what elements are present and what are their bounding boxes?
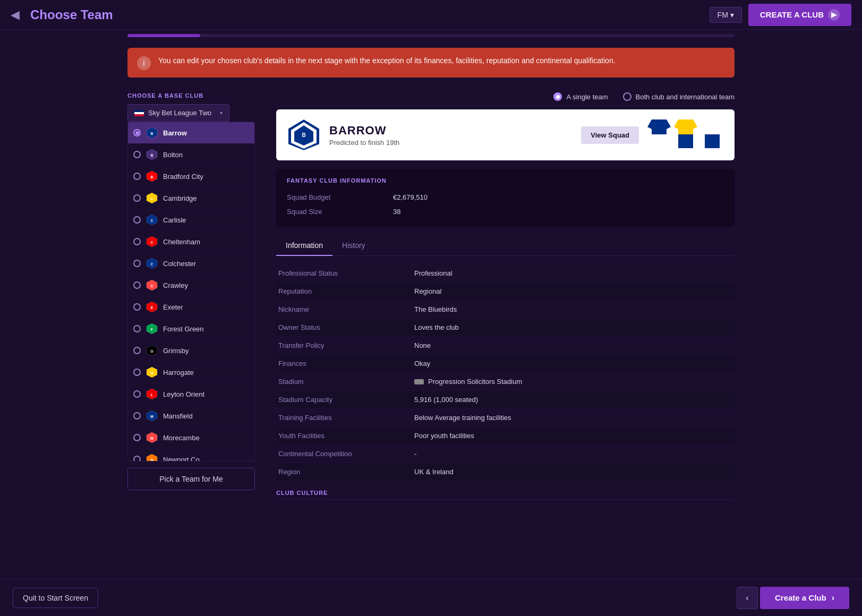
team-list: B Barrow B Bolton B Bradford City C Camb… bbox=[127, 122, 255, 461]
tab-history[interactable]: History bbox=[332, 236, 375, 256]
team-subtitle: Predicted to finish 19th bbox=[329, 139, 573, 147]
team-radio bbox=[133, 325, 141, 332]
fm-label: FM bbox=[718, 11, 728, 19]
team-radio bbox=[133, 173, 141, 180]
squad-budget-value: €2,679,510 bbox=[393, 193, 428, 201]
team-list-item[interactable]: C Carlisle bbox=[128, 209, 254, 231]
info-label: Owner Status bbox=[276, 323, 414, 331]
info-row: Continental Competition- bbox=[276, 445, 735, 463]
info-value: The Bluebirds bbox=[414, 305, 457, 313]
info-value: Progression Solicitors Stadium bbox=[414, 378, 522, 386]
team-badge-icon: H bbox=[146, 366, 158, 378]
squad-budget-label: Squad Budget bbox=[287, 193, 393, 201]
team-list-item[interactable]: L Leyton Orient bbox=[128, 383, 254, 405]
both-team-radio[interactable] bbox=[623, 92, 631, 101]
team-radio bbox=[133, 347, 141, 354]
team-name-label: Cheltenham bbox=[163, 238, 249, 246]
team-crest: B bbox=[287, 118, 321, 152]
info-row: Professional StatusProfessional bbox=[276, 264, 735, 283]
quit-button[interactable]: Quit to Start Screen bbox=[13, 588, 98, 608]
create-club-bottom-button[interactable]: Create a Club › bbox=[760, 587, 849, 609]
team-list-item[interactable]: C Cheltenham bbox=[128, 231, 254, 253]
team-badge-icon: C bbox=[146, 192, 158, 204]
team-list-item[interactable]: B Bolton bbox=[128, 144, 254, 166]
svg-text:C: C bbox=[150, 197, 153, 201]
svg-text:M: M bbox=[150, 437, 153, 440]
fm-menu-button[interactable]: FM ▾ bbox=[710, 7, 742, 23]
team-list-item[interactable]: F Forest Green bbox=[128, 318, 254, 340]
kit-away bbox=[674, 119, 697, 150]
team-list-item[interactable]: C Cambridge bbox=[128, 187, 254, 209]
team-badge-icon: C bbox=[146, 279, 158, 291]
info-label: Reputation bbox=[276, 287, 414, 295]
radio-dot bbox=[135, 131, 139, 135]
both-team-option[interactable]: Both club and international team bbox=[623, 92, 735, 101]
info-value: Below Average training facilities bbox=[414, 414, 511, 422]
info-label: Stadium Capacity bbox=[276, 396, 414, 404]
back-nav-button[interactable]: ‹ bbox=[737, 587, 758, 609]
info-label: Transfer Policy bbox=[276, 341, 414, 349]
team-list-item[interactable]: G Grimsby bbox=[128, 340, 254, 362]
info-value: Professional bbox=[414, 269, 453, 277]
team-list-item[interactable]: H Harrogate bbox=[128, 362, 254, 383]
team-list-item[interactable]: N Newport Co bbox=[128, 449, 254, 461]
single-team-radio[interactable] bbox=[553, 92, 562, 101]
info-value: Regional bbox=[414, 287, 441, 295]
league-dropdown[interactable]: Sky Bet League Two ▾ bbox=[127, 104, 229, 122]
team-radio bbox=[133, 260, 141, 267]
single-team-option[interactable]: A single team bbox=[553, 92, 608, 101]
team-radio bbox=[133, 412, 141, 420]
team-list-item[interactable]: M Morecambe bbox=[128, 427, 254, 449]
pick-team-button[interactable]: Pick a Team for Me bbox=[127, 468, 255, 490]
create-club-label: CREATE A CLUB bbox=[760, 10, 824, 19]
team-badge-icon: E bbox=[146, 301, 158, 313]
section-label: CHOOSE A BASE CLUB bbox=[127, 92, 255, 99]
team-list-item[interactable]: E Exeter bbox=[128, 296, 254, 318]
bottom-bar: Quit to Start Screen ‹ Create a Club › bbox=[0, 579, 862, 616]
both-team-label: Both club and international team bbox=[636, 93, 735, 101]
league-name: Sky Bet League Two bbox=[148, 109, 211, 117]
team-list-item[interactable]: C Crawley bbox=[128, 275, 254, 296]
progress-bar bbox=[127, 34, 735, 37]
info-row: StadiumProgression Solicitors Stadium bbox=[276, 373, 735, 391]
svg-text:N: N bbox=[150, 458, 153, 461]
info-row: FinancesOkay bbox=[276, 355, 735, 373]
team-badge-icon: M bbox=[146, 410, 158, 422]
next-arrow-icon: › bbox=[832, 593, 834, 603]
team-list-item[interactable]: B Barrow bbox=[128, 122, 254, 144]
info-label: Continental Competition bbox=[276, 450, 414, 458]
chevron-down-icon: ▾ bbox=[220, 110, 223, 116]
info-value: Poor youth facilities bbox=[414, 432, 474, 440]
team-badge-icon: C bbox=[146, 214, 158, 226]
create-club-button[interactable]: CREATE A CLUB ▶ bbox=[748, 4, 851, 26]
progress-fill bbox=[127, 34, 200, 37]
tab-information[interactable]: Information bbox=[276, 236, 332, 256]
info-tabs: Information History bbox=[276, 236, 735, 256]
fantasy-section: FANTASY CLUB INFORMATION Squad Budget €2… bbox=[276, 169, 735, 227]
alert-text: You can edit your chosen club's details … bbox=[158, 55, 616, 66]
svg-text:H: H bbox=[150, 371, 153, 375]
create-label: Create a Club bbox=[775, 593, 826, 602]
team-name-label: Exeter bbox=[163, 303, 249, 311]
squad-size-row: Squad Size 38 bbox=[287, 204, 724, 219]
back-button[interactable]: ◀ bbox=[11, 8, 20, 22]
team-badge-icon: G bbox=[146, 345, 158, 356]
team-list-item[interactable]: M Mansfield bbox=[128, 405, 254, 427]
team-list-item[interactable]: B Bradford City bbox=[128, 166, 254, 187]
svg-text:E: E bbox=[151, 306, 153, 310]
team-badge-icon: N bbox=[146, 454, 158, 461]
info-value: UK & Ireland bbox=[414, 468, 454, 476]
team-list-item[interactable]: C Colchester bbox=[128, 253, 254, 275]
bottom-right-controls: ‹ Create a Club › bbox=[737, 587, 849, 609]
svg-text:L: L bbox=[151, 393, 153, 397]
view-squad-button[interactable]: View Squad bbox=[581, 126, 639, 144]
info-row: Training FacilitiesBelow Average trainin… bbox=[276, 409, 735, 427]
info-value: 5,916 (1,000 seated) bbox=[414, 396, 478, 404]
fm-chevron: ▾ bbox=[730, 11, 734, 19]
team-header-info: BARROW Predicted to finish 19th bbox=[329, 124, 573, 147]
team-name-label: Cambridge bbox=[163, 194, 249, 202]
team-name-label: Forest Green bbox=[163, 325, 249, 333]
info-row: Owner StatusLoves the club bbox=[276, 319, 735, 337]
info-value: Loves the club bbox=[414, 323, 459, 331]
svg-text:B: B bbox=[302, 132, 305, 138]
